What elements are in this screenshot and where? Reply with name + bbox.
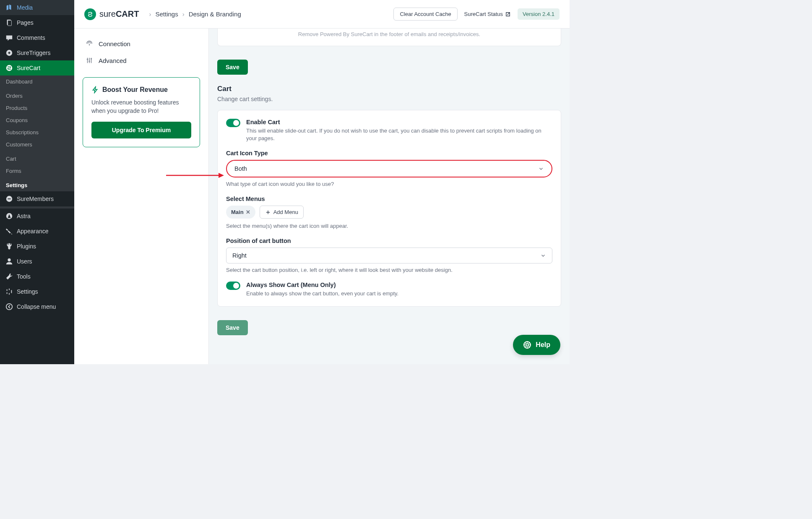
save-button-top[interactable]: Save — [217, 60, 248, 75]
sidebar-item-label: Appearance — [17, 228, 49, 235]
breadcrumb-settings[interactable]: Settings — [155, 10, 178, 18]
sidebar-item-label: Collapse menu — [17, 303, 56, 310]
svg-rect-12 — [11, 292, 12, 293]
upgrade-button[interactable]: Upgrade To Premium — [91, 122, 191, 138]
status-label: SureCart Status — [464, 11, 503, 17]
sidebar-item-comments[interactable]: Comments — [0, 30, 74, 45]
add-menu-label: Add Menu — [273, 209, 298, 215]
help-label: Help — [536, 341, 550, 349]
add-menu-button[interactable]: Add Menu — [260, 206, 304, 219]
main-panel: sureCART › Settings › Design & Branding … — [74, 0, 570, 364]
cart-settings-card: Enable Cart This will enable slide-out c… — [217, 110, 561, 307]
cart-position-label: Position of cart button — [226, 237, 552, 244]
select-value: Both — [234, 165, 247, 172]
brand-wordmark: sureCART — [99, 9, 139, 19]
surecart-status-link[interactable]: SureCart Status — [464, 11, 511, 17]
sidebar-item-appearance[interactable]: Appearance — [0, 224, 74, 239]
menu-chip-main: Main ✕ — [226, 206, 255, 219]
sidebar-item-suremembers[interactable]: SureMembers — [0, 191, 74, 206]
enable-cart-toggle[interactable] — [226, 119, 240, 127]
settings-nav-advanced[interactable]: Advanced — [83, 52, 200, 69]
cart-section-title: Cart — [217, 85, 561, 93]
sidebar-item-tools[interactable]: Tools — [0, 269, 74, 284]
save-button-bottom[interactable]: Save — [217, 320, 248, 335]
help-icon — [523, 341, 531, 349]
always-show-label: Always Show Cart (Menu Only) — [246, 282, 398, 288]
sidebar-submenu-surecart: Dashboard Orders Products Coupons Subscr… — [0, 76, 74, 191]
collapse-icon — [5, 303, 13, 311]
users-icon — [5, 257, 13, 266]
pages-icon — [5, 18, 13, 27]
sidebar-sub-subscriptions[interactable]: Subscriptions — [0, 126, 74, 138]
sidebar-item-label: Astra — [17, 213, 31, 219]
sidebar-item-label: Media — [17, 4, 33, 11]
sidebar-item-label: Pages — [17, 19, 34, 26]
sidebar-sub-products[interactable]: Products — [0, 102, 74, 114]
cart-icon-type-select[interactable]: Both — [226, 160, 552, 177]
cutoff-text: Remove Powered By SureCart in the footer… — [226, 31, 552, 37]
sidebar-item-astra[interactable]: Astra — [0, 209, 74, 224]
sidebar-sub-forms[interactable]: Forms — [0, 165, 74, 177]
breadcrumb-design[interactable]: Design & Branding — [189, 10, 241, 18]
sidebar-item-label: Comments — [17, 34, 45, 41]
svg-point-6 — [8, 258, 10, 261]
sidebar-item-label: Settings — [17, 288, 38, 295]
chevron-down-icon — [538, 166, 544, 172]
chevron-down-icon — [540, 253, 546, 258]
enable-cart-label: Enable Cart — [246, 119, 552, 125]
help-fab[interactable]: Help — [513, 335, 560, 355]
always-show-cart-toggle[interactable] — [226, 282, 240, 290]
sidebar-sub-orders[interactable]: Orders — [0, 90, 74, 102]
appearance-icon — [5, 227, 13, 235]
sidebar-sub-customers[interactable]: Customers — [0, 138, 74, 151]
select-menus-label: Select Menus — [226, 196, 552, 202]
svg-marker-17 — [219, 173, 224, 178]
plus-icon — [265, 209, 271, 215]
version-badge: Version 2.4.1 — [518, 8, 560, 20]
lightning-icon — [91, 86, 99, 94]
boost-revenue-card: Boost Your Revenue Unlock revenue boosti… — [83, 77, 200, 147]
clear-cache-button[interactable]: Clear Account Cache — [393, 8, 457, 21]
sidebar-item-surecart[interactable]: SureCart — [0, 60, 74, 76]
svg-rect-7 — [7, 289, 8, 291]
cart-icon-type-help: What type of cart icon would you like to… — [226, 181, 552, 187]
sidebar-item-pages[interactable]: Pages — [0, 15, 74, 30]
sidebar-sub-dashboard[interactable]: Dashboard — [0, 76, 74, 88]
svg-point-13 — [6, 304, 12, 310]
plugins-icon — [5, 242, 13, 250]
boost-description: Unlock revenue boosting features when yo… — [91, 99, 191, 115]
connection-icon — [85, 39, 94, 48]
chevron-right-icon: › — [149, 10, 151, 18]
chip-remove-icon[interactable]: ✕ — [246, 209, 250, 215]
settings-content: Remove Powered By SureCart in the footer… — [208, 29, 570, 364]
wp-admin-sidebar: Media Pages Comments SureTriggers SureCa… — [0, 0, 74, 364]
sidebar-item-settings[interactable]: Settings — [0, 284, 74, 299]
sidebar-item-label: SureTriggers — [17, 50, 50, 56]
select-value: Right — [232, 252, 247, 259]
cart-section-subtitle: Change cart settings. — [217, 96, 561, 102]
external-link-icon — [505, 11, 511, 17]
media-icon — [5, 3, 13, 12]
sidebar-item-media[interactable]: Media — [0, 0, 74, 15]
svg-rect-1 — [8, 21, 11, 26]
svg-rect-11 — [9, 293, 10, 295]
top-cutoff-card: Remove Powered By SureCart in the footer… — [217, 29, 561, 46]
settings-nav-label: Advanced — [99, 57, 127, 64]
tools-icon — [5, 272, 13, 281]
suremembers-icon — [5, 195, 13, 203]
boost-title: Boost Your Revenue — [102, 86, 168, 94]
settings-nav-connection[interactable]: Connection — [83, 35, 200, 52]
svg-point-15 — [526, 344, 528, 346]
sidebar-item-plugins[interactable]: Plugins — [0, 239, 74, 254]
cart-position-select[interactable]: Right — [226, 248, 552, 263]
sidebar-item-suretriggers[interactable]: SureTriggers — [0, 45, 74, 60]
surecart-icon — [5, 64, 13, 72]
sidebar-sub-cart[interactable]: Cart — [0, 153, 74, 165]
settings-nav-label: Connection — [99, 40, 130, 47]
sidebar-item-users[interactable]: Users — [0, 254, 74, 269]
sidebar-item-collapse[interactable]: Collapse menu — [0, 299, 74, 314]
sidebar-item-label: SureMembers — [17, 196, 54, 202]
enable-cart-help: This will enable slide-out cart. If you … — [246, 127, 552, 142]
sidebar-sub-coupons[interactable]: Coupons — [0, 114, 74, 126]
sidebar-sub-settings[interactable]: Settings — [0, 179, 74, 191]
